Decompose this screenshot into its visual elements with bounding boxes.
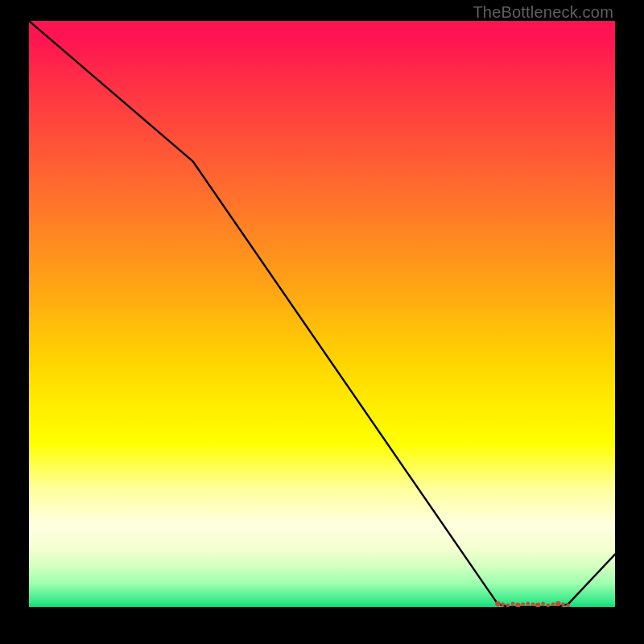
marker-dot xyxy=(526,602,530,606)
marker-dot xyxy=(515,603,520,607)
chart-frame: TheBottleneck.com xyxy=(0,0,644,644)
marker-dot xyxy=(511,602,515,606)
marker-dot xyxy=(561,602,565,606)
marker-dot xyxy=(501,602,505,606)
marker-dot xyxy=(495,601,500,606)
marker-dot xyxy=(541,602,545,606)
plot-area xyxy=(29,21,615,607)
marker-dot xyxy=(506,603,510,607)
marker-dot xyxy=(521,602,525,606)
chart-svg xyxy=(29,21,615,607)
marker-dot xyxy=(531,602,535,606)
marker-dot xyxy=(555,601,560,606)
marker-dot xyxy=(551,602,555,606)
bottleneck-curve-line xyxy=(29,21,615,607)
marker-dots xyxy=(495,601,570,607)
marker-dot xyxy=(566,603,570,607)
marker-dot xyxy=(535,603,540,607)
marker-dot xyxy=(546,603,550,607)
watermark-text: TheBottleneck.com xyxy=(473,3,613,22)
